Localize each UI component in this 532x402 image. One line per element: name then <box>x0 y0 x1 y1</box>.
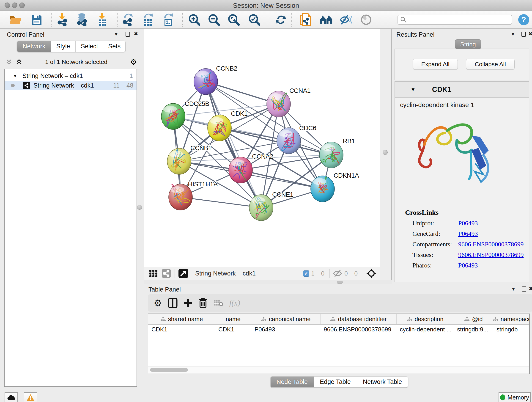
results-tab-string[interactable]: String <box>455 39 481 49</box>
hidden-eye-icon[interactable] <box>333 269 342 277</box>
collection-expand-icon[interactable]: ▼ <box>13 73 17 79</box>
column-header-database-identifier[interactable]: database identifier <box>321 314 397 324</box>
column-header-shared-name[interactable]: shared name <box>148 314 215 324</box>
table-options-gear-icon[interactable]: ⚙ <box>154 298 162 308</box>
zoom-fit-button[interactable] <box>227 13 240 26</box>
table-tab-network-table[interactable]: Network Table <box>357 376 408 387</box>
tab-select[interactable]: Select <box>76 41 103 52</box>
crosslink-link-0[interactable]: P06493 <box>458 220 478 227</box>
help-button[interactable]: ? <box>517 13 530 26</box>
column-header-namespace[interactable]: namespace <box>493 314 530 324</box>
import-table-button[interactable] <box>96 13 109 26</box>
horizontal-scrollbar[interactable] <box>148 366 529 373</box>
node-label-hist1h1a: HIST1H1A <box>188 181 218 188</box>
search-box[interactable] <box>398 15 512 25</box>
network-node-cdkn1a[interactable]: CDKN1A <box>311 172 359 202</box>
network-options-gear-icon[interactable]: ⚙ <box>130 57 137 66</box>
network-node-ccna1[interactable]: CCNA1 <box>267 87 310 117</box>
table-tab-node-table[interactable]: Node Table <box>271 376 314 387</box>
float-menu-icon[interactable]: ▼ <box>114 32 119 37</box>
right-splitter[interactable] <box>380 29 392 284</box>
refresh-view-button[interactable] <box>274 13 287 26</box>
network-edge[interactable] <box>181 197 261 208</box>
column-header-canonical-name[interactable]: canonical name <box>251 314 321 324</box>
network-edge[interactable] <box>206 82 261 208</box>
crosslink-link-3[interactable]: 9606.ENSP00000378699 <box>458 251 524 258</box>
tab-style[interactable]: Style <box>51 41 76 52</box>
selected-checkbox-icon[interactable]: ✓ <box>303 270 309 277</box>
preview-button[interactable] <box>360 13 373 26</box>
table-cell[interactable]: CDK1 <box>215 325 251 335</box>
float-menu-icon[interactable]: ▼ <box>510 32 515 37</box>
open-in-new-window-icon[interactable] <box>178 268 189 279</box>
left-splitter-handle[interactable] <box>137 205 142 210</box>
close-panel-icon[interactable]: ✖ <box>528 32 532 36</box>
export-table-button[interactable] <box>142 13 154 26</box>
table-row[interactable]: CDK1CDK1P064939606.ENSP00000378699cyclin… <box>148 325 529 335</box>
cloud-button[interactable] <box>5 392 18 402</box>
expand-all-button[interactable]: Expand All <box>413 59 458 70</box>
float-menu-icon[interactable]: ▼ <box>511 287 516 292</box>
table-cell[interactable]: P06493 <box>251 325 321 335</box>
zoom-in-button[interactable] <box>188 13 201 26</box>
crosslink-link-4[interactable]: P06493 <box>458 262 478 269</box>
crosslink-link-2[interactable]: 9606.ENSP00000378699 <box>458 241 524 248</box>
delete-table-icon[interactable] <box>213 299 223 307</box>
table-cell[interactable]: CDK1 <box>148 325 215 335</box>
collapse-gene-icon[interactable]: ▼ <box>411 87 416 93</box>
grid-view-icon[interactable] <box>148 268 158 279</box>
gene-header-row[interactable]: ▼ CDK1 <box>395 82 529 98</box>
table-tab-edge-table[interactable]: Edge Table <box>314 376 357 387</box>
import-network-button[interactable] <box>56 13 69 26</box>
warnings-button[interactable] <box>24 392 37 402</box>
network-node-ccnb1[interactable]: CCNB1 <box>167 144 211 174</box>
network-canvas[interactable]: CCNB2CCNA1CDC25BCDK1CDC6RB1CCNB1CCNA2CDK… <box>144 29 380 267</box>
tab-sets[interactable]: Sets <box>103 41 125 52</box>
open-session-button[interactable] <box>9 13 22 26</box>
network-overview-icon[interactable] <box>161 268 171 279</box>
table-cell[interactable]: 9606.ENSP00000378699 <box>321 325 397 335</box>
collapse-all-icon[interactable] <box>6 58 12 65</box>
zoom-out-button[interactable] <box>208 13 220 26</box>
float-window-icon[interactable] <box>522 287 526 292</box>
network-node-ccnb2[interactable]: CCNB2 <box>194 65 237 95</box>
column-header-name[interactable]: name <box>215 314 251 324</box>
function-builder-icon[interactable]: f(x) <box>229 299 240 307</box>
close-panel-icon[interactable]: ✖ <box>529 286 532 291</box>
expand-all-icon[interactable] <box>16 58 22 65</box>
bottom-splitter-handle[interactable] <box>337 281 343 284</box>
table-cell[interactable]: stringdb:9... <box>454 325 493 335</box>
network-node-rb1[interactable]: RB1 <box>319 138 355 168</box>
export-image-button[interactable] <box>162 13 175 26</box>
import-database-button[interactable] <box>76 13 89 26</box>
toolbar-separator <box>192 269 192 278</box>
column-header-description[interactable]: description <box>397 314 454 324</box>
table-cell[interactable]: stringdb <box>493 325 530 335</box>
crosslink-link-1[interactable]: P06493 <box>458 230 478 237</box>
scrollbar-thumb[interactable] <box>150 368 188 372</box>
close-panel-icon[interactable]: ✖ <box>134 32 138 36</box>
export-network-button[interactable] <box>122 13 135 26</box>
zoom-selected-button[interactable] <box>248 13 261 26</box>
right-splitter-handle[interactable] <box>383 150 388 155</box>
float-window-icon[interactable] <box>126 32 130 37</box>
float-window-icon[interactable] <box>521 32 526 37</box>
delete-column-icon[interactable] <box>199 298 207 308</box>
tab-network[interactable]: Network <box>17 41 51 52</box>
network-node-hist1h1a[interactable]: HIST1H1A <box>169 181 218 210</box>
search-input[interactable] <box>407 17 507 23</box>
crosshair-icon[interactable] <box>366 268 377 279</box>
add-column-icon[interactable] <box>184 298 193 307</box>
column-header--id[interactable]: @id <box>454 314 493 324</box>
show-columns-icon[interactable] <box>168 298 177 308</box>
collapse-all-button[interactable]: Collapse All <box>466 59 515 70</box>
network-collection-row[interactable]: ▼ String Network – cdk1 1 <box>5 71 137 81</box>
show-hide-button[interactable] <box>340 13 352 26</box>
save-session-button[interactable] <box>30 13 43 26</box>
network-row-selected[interactable]: String Network – cdk1 11 48 <box>5 81 137 90</box>
share-network-button[interactable] <box>299 13 312 26</box>
memory-button[interactable]: Memory <box>499 392 531 402</box>
network-edge[interactable] <box>241 170 323 189</box>
table-cell[interactable]: cyclin-dependent ... <box>397 325 454 335</box>
first-neighbors-button[interactable] <box>320 13 333 26</box>
